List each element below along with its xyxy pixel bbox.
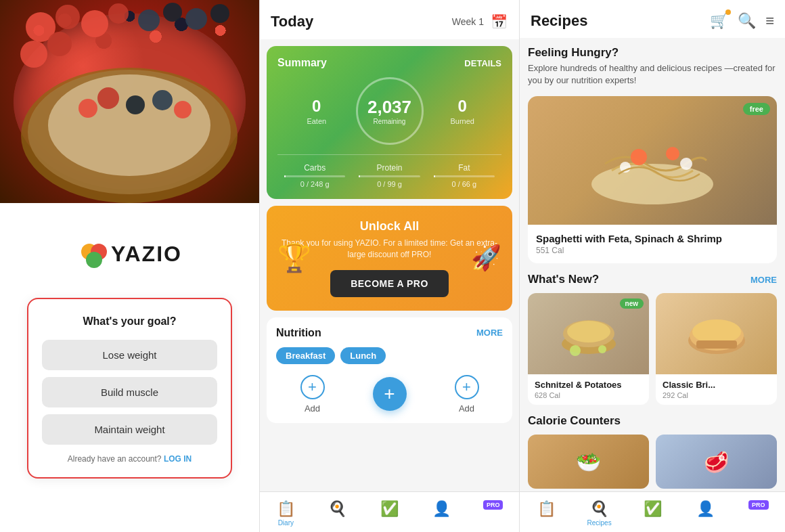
remaining-circle: 2,037 Remaining: [349, 77, 430, 145]
classic-bri-card[interactable]: Classic Bri... 292 Cal: [656, 293, 777, 405]
right-nav-check[interactable]: ✅: [626, 497, 679, 529]
nav-diary[interactable]: 📋 Diary: [260, 497, 312, 529]
maintain-weight-button[interactable]: Maintain weight: [42, 414, 217, 445]
right-bottom-nav: 📋 🍳 Recipes ✅ 👤 PRO: [520, 491, 785, 532]
free-badge: free: [743, 103, 770, 115]
middle-bottom-nav: 📋 Diary 🍳 ✅ 👤 PRO: [260, 491, 519, 532]
logo-text: YAZIO: [111, 242, 182, 267]
calorie-img-2[interactable]: 🥩: [656, 435, 777, 489]
rocket-icon: 🚀: [471, 244, 501, 272]
right-content: Feeling Hungry? Explore hundreds of heal…: [520, 38, 785, 491]
calorie-counters-header: Calorie Counters: [528, 414, 777, 428]
unlock-title: Unlock All: [277, 219, 501, 234]
svg-point-8: [20, 41, 47, 68]
eaten-label: Eaten: [284, 117, 349, 125]
breakfast-tab[interactable]: Breakfast: [276, 347, 335, 364]
macros-row: Carbs 0 / 248 g Protein 0 / 99 g Fat 0 /…: [277, 154, 501, 188]
summary-header: Summary DETAILS: [277, 57, 501, 69]
filter-button[interactable]: ≡: [765, 12, 774, 30]
classic-bri-cal: 292 Cal: [663, 391, 770, 399]
right-nav-pro[interactable]: PRO: [732, 497, 785, 529]
calories-row: 0 Eaten 2,037 Remaining 0 Burned: [277, 77, 501, 145]
svg-point-1: [55, 5, 80, 29]
protein-value: 0 / 99 g: [352, 180, 426, 188]
fat-bar: [434, 175, 495, 177]
nav-profile[interactable]: 👤: [416, 497, 468, 529]
fat-label: Fat: [427, 163, 501, 173]
svg-point-22: [631, 149, 647, 165]
check-icon: ✅: [380, 500, 399, 518]
classic-bri-name: Classic Bri...: [663, 380, 770, 390]
log-in-link[interactable]: LOG IN: [164, 454, 192, 464]
summary-card: Summary DETAILS 0 Eaten 2,037 Remaining …: [267, 46, 512, 199]
right-nav-diary[interactable]: 📋: [520, 497, 573, 529]
right-nav-recipes[interactable]: 🍳 Recipes: [573, 497, 625, 529]
nutrition-card: Nutrition MORE Breakfast Lunch + Add + +…: [267, 317, 512, 423]
middle-panel: Today Week 1 📅 Summary DETAILS 0 Eaten 2…: [259, 0, 520, 532]
breakfast-add-circle: +: [300, 375, 325, 399]
right-profile-icon: 👤: [696, 500, 715, 518]
eaten-number: 0: [284, 97, 349, 116]
svg-point-5: [163, 3, 182, 22]
details-link[interactable]: DETAILS: [464, 58, 501, 68]
featured-recipe-info: Spaghetti with Feta, Spinach & Shrimp 55…: [528, 225, 777, 263]
burned-number: 0: [430, 97, 495, 116]
nav-pro[interactable]: PRO: [467, 497, 519, 529]
featured-recipe-card[interactable]: free Spaghetti with Feta, Spinach & Shri…: [528, 96, 777, 263]
pro-badge: PRO: [483, 500, 503, 510]
remaining-label: Remaining: [374, 118, 406, 125]
build-muscle-button[interactable]: Build muscle: [42, 377, 217, 407]
lunch-tab[interactable]: Lunch: [340, 347, 386, 364]
food-image: [0, 0, 259, 203]
search-button[interactable]: 🔍: [738, 12, 756, 30]
svg-point-25: [680, 158, 692, 170]
nav-cook[interactable]: 🍳: [312, 497, 364, 529]
right-panel: Recipes 🛒 🔍 ≡ Feeling Hungry? Explore hu…: [520, 0, 785, 532]
whats-new-title: What's New?: [528, 273, 599, 286]
featured-recipe-image-inner: [528, 96, 777, 225]
schnitzel-image: new: [528, 293, 649, 374]
meal-content: + Add + + Add: [276, 375, 503, 414]
whats-new-header: What's New? MORE: [528, 273, 777, 286]
schnitzel-cal: 628 Cal: [535, 391, 642, 399]
basket-button[interactable]: 🛒: [710, 12, 728, 30]
middle-content: Summary DETAILS 0 Eaten 2,037 Remaining …: [260, 39, 519, 491]
nutrition-more-link[interactable]: MORE: [476, 328, 503, 338]
fab-button[interactable]: +: [373, 377, 407, 411]
calorie-counters-section: Calorie Counters 🥗 🥩: [528, 414, 777, 489]
header-right: Week 1 📅: [452, 12, 508, 31]
become-pro-button[interactable]: BECOME A PRO: [330, 270, 449, 297]
calendar-icon[interactable]: 📅: [489, 12, 508, 31]
diary-label: Diary: [278, 519, 294, 527]
svg-rect-34: [696, 340, 737, 349]
goal-card-title: What's your goal?: [42, 315, 217, 328]
svg-point-4: [138, 9, 160, 31]
nutrition-header: Nutrition MORE: [276, 327, 503, 339]
svg-point-9: [47, 32, 72, 56]
svg-point-12: [48, 74, 210, 176]
calorie-img-1[interactable]: 🥗: [528, 435, 649, 489]
breakfast-add[interactable]: + Add: [300, 375, 325, 414]
nav-check[interactable]: ✅: [363, 497, 416, 529]
schnitzel-card[interactable]: new Schnitzel & Potatoes 628 Cal: [528, 293, 649, 405]
svg-point-16: [152, 90, 173, 110]
recipes-title: Recipes: [531, 12, 587, 30]
svg-point-7: [210, 4, 229, 23]
protein-item: Protein 0 / 99 g: [352, 163, 426, 188]
cal-ring: 2,037 Remaining: [356, 77, 424, 145]
svg-point-17: [174, 101, 192, 118]
right-nav-profile[interactable]: 👤: [679, 497, 732, 529]
carbs-bar: [284, 175, 345, 177]
right-header-icons: 🛒 🔍 ≡: [710, 12, 774, 30]
classic-bri-image: [656, 293, 777, 374]
lose-weight-button[interactable]: Lose weight: [42, 340, 217, 370]
right-diary-icon: 📋: [537, 500, 556, 518]
featured-recipe-name: Spaghetti with Feta, Spinach & Shrimp: [536, 233, 769, 244]
lunch-add[interactable]: + Add: [455, 375, 479, 414]
yazio-logo-icon: [77, 237, 111, 271]
whats-new-more[interactable]: MORE: [750, 275, 777, 285]
right-check-icon: ✅: [644, 500, 662, 518]
trophy-icon: 🏆: [277, 242, 311, 274]
svg-point-15: [126, 95, 145, 114]
svg-point-20: [86, 252, 102, 268]
